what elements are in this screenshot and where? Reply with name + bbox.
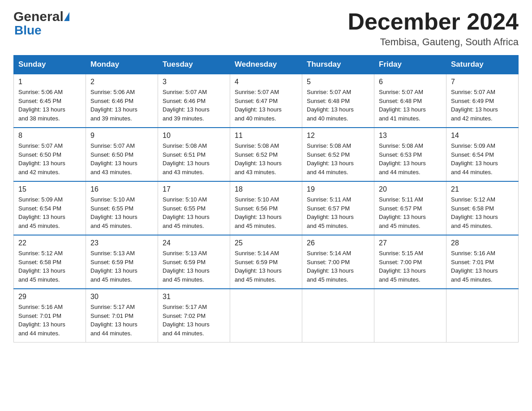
calendar-cell: 19Sunrise: 5:11 AMSunset: 6:57 PMDayligh… xyxy=(302,181,374,235)
calendar-cell: 28Sunrise: 5:16 AMSunset: 7:01 PMDayligh… xyxy=(446,235,519,289)
day-info: Sunrise: 5:07 AMSunset: 6:50 PMDaylight:… xyxy=(18,141,81,176)
day-info: Sunrise: 5:11 AMSunset: 6:57 PMDaylight:… xyxy=(307,195,369,230)
day-number: 28 xyxy=(451,239,514,247)
day-info: Sunrise: 5:12 AMSunset: 6:58 PMDaylight:… xyxy=(18,249,81,284)
day-number: 11 xyxy=(235,132,297,140)
calendar-cell: 16Sunrise: 5:10 AMSunset: 6:55 PMDayligh… xyxy=(86,181,158,235)
day-number: 27 xyxy=(379,239,442,247)
weekday-header-thursday: Thursday xyxy=(302,56,374,74)
day-number: 4 xyxy=(235,78,297,86)
weekday-header-monday: Monday xyxy=(86,56,158,74)
day-number: 1 xyxy=(18,78,81,86)
calendar-cell: 10Sunrise: 5:08 AMSunset: 6:51 PMDayligh… xyxy=(158,128,230,181)
calendar-cell: 26Sunrise: 5:14 AMSunset: 7:00 PMDayligh… xyxy=(302,235,374,289)
calendar-row: 1Sunrise: 5:06 AMSunset: 6:45 PMDaylight… xyxy=(14,74,519,128)
day-number: 26 xyxy=(307,239,369,247)
weekday-header-row: SundayMondayTuesdayWednesdayThursdayFrid… xyxy=(14,56,519,74)
calendar-cell: 11Sunrise: 5:08 AMSunset: 6:52 PMDayligh… xyxy=(230,128,302,181)
day-info: Sunrise: 5:14 AMSunset: 7:00 PMDaylight:… xyxy=(307,249,369,284)
calendar-cell xyxy=(446,289,519,342)
logo-triangle-icon xyxy=(64,12,69,21)
day-number: 24 xyxy=(163,239,225,247)
calendar-cell: 22Sunrise: 5:12 AMSunset: 6:58 PMDayligh… xyxy=(14,235,86,289)
logo: General Blue xyxy=(13,9,69,38)
day-info: Sunrise: 5:06 AMSunset: 6:46 PMDaylight:… xyxy=(90,88,153,123)
calendar-cell: 29Sunrise: 5:16 AMSunset: 7:01 PMDayligh… xyxy=(14,289,86,342)
day-info: Sunrise: 5:10 AMSunset: 6:55 PMDaylight:… xyxy=(163,195,225,230)
calendar-body: 1Sunrise: 5:06 AMSunset: 6:45 PMDaylight… xyxy=(14,74,519,342)
day-number: 10 xyxy=(163,132,225,140)
calendar-cell: 12Sunrise: 5:08 AMSunset: 6:52 PMDayligh… xyxy=(302,128,374,181)
day-info: Sunrise: 5:12 AMSunset: 6:58 PMDaylight:… xyxy=(451,195,514,230)
calendar-cell: 25Sunrise: 5:14 AMSunset: 6:59 PMDayligh… xyxy=(230,235,302,289)
calendar-cell: 13Sunrise: 5:08 AMSunset: 6:53 PMDayligh… xyxy=(374,128,446,181)
day-info: Sunrise: 5:16 AMSunset: 7:01 PMDaylight:… xyxy=(18,303,81,338)
day-number: 18 xyxy=(235,185,297,193)
day-number: 7 xyxy=(451,78,514,86)
day-info: Sunrise: 5:09 AMSunset: 6:54 PMDaylight:… xyxy=(451,141,514,176)
day-info: Sunrise: 5:16 AMSunset: 7:01 PMDaylight:… xyxy=(451,249,514,284)
title-section: December 2024 Tembisa, Gauteng, South Af… xyxy=(348,9,519,48)
day-info: Sunrise: 5:08 AMSunset: 6:51 PMDaylight:… xyxy=(163,141,225,176)
day-number: 16 xyxy=(90,185,153,193)
weekday-header-friday: Friday xyxy=(374,56,446,74)
calendar-cell: 21Sunrise: 5:12 AMSunset: 6:58 PMDayligh… xyxy=(446,181,519,235)
calendar-cell: 30Sunrise: 5:17 AMSunset: 7:01 PMDayligh… xyxy=(86,289,158,342)
calendar-cell: 9Sunrise: 5:07 AMSunset: 6:50 PMDaylight… xyxy=(86,128,158,181)
day-number: 22 xyxy=(18,239,81,247)
calendar-row: 22Sunrise: 5:12 AMSunset: 6:58 PMDayligh… xyxy=(14,235,519,289)
month-title: December 2024 xyxy=(348,9,519,34)
logo-blue-text: Blue xyxy=(14,23,42,38)
day-info: Sunrise: 5:08 AMSunset: 6:52 PMDaylight:… xyxy=(307,141,369,176)
calendar-cell xyxy=(230,289,302,342)
day-number: 3 xyxy=(163,78,225,86)
calendar-cell: 2Sunrise: 5:06 AMSunset: 6:46 PMDaylight… xyxy=(86,74,158,128)
calendar-cell: 6Sunrise: 5:07 AMSunset: 6:48 PMDaylight… xyxy=(374,74,446,128)
day-number: 23 xyxy=(90,239,153,247)
calendar-row: 29Sunrise: 5:16 AMSunset: 7:01 PMDayligh… xyxy=(14,289,519,342)
weekday-header-wednesday: Wednesday xyxy=(230,56,302,74)
day-info: Sunrise: 5:14 AMSunset: 6:59 PMDaylight:… xyxy=(235,249,297,284)
day-info: Sunrise: 5:07 AMSunset: 6:49 PMDaylight:… xyxy=(451,88,514,123)
calendar-cell: 5Sunrise: 5:07 AMSunset: 6:48 PMDaylight… xyxy=(302,74,374,128)
day-number: 12 xyxy=(307,132,369,140)
day-info: Sunrise: 5:17 AMSunset: 7:02 PMDaylight:… xyxy=(163,303,225,338)
calendar-header: SundayMondayTuesdayWednesdayThursdayFrid… xyxy=(14,56,519,74)
calendar-table: SundayMondayTuesdayWednesdayThursdayFrid… xyxy=(13,55,519,342)
day-info: Sunrise: 5:13 AMSunset: 6:59 PMDaylight:… xyxy=(90,249,153,284)
weekday-header-sunday: Sunday xyxy=(14,56,86,74)
location-title: Tembisa, Gauteng, South Africa xyxy=(348,36,519,48)
calendar-cell: 4Sunrise: 5:07 AMSunset: 6:47 PMDaylight… xyxy=(230,74,302,128)
calendar-row: 15Sunrise: 5:09 AMSunset: 6:54 PMDayligh… xyxy=(14,181,519,235)
day-number: 29 xyxy=(18,293,81,301)
calendar-row: 8Sunrise: 5:07 AMSunset: 6:50 PMDaylight… xyxy=(14,128,519,181)
weekday-header-tuesday: Tuesday xyxy=(158,56,230,74)
calendar-cell xyxy=(302,289,374,342)
calendar-cell: 24Sunrise: 5:13 AMSunset: 6:59 PMDayligh… xyxy=(158,235,230,289)
day-number: 14 xyxy=(451,132,514,140)
calendar-cell: 1Sunrise: 5:06 AMSunset: 6:45 PMDaylight… xyxy=(14,74,86,128)
calendar-cell: 18Sunrise: 5:10 AMSunset: 6:56 PMDayligh… xyxy=(230,181,302,235)
day-info: Sunrise: 5:07 AMSunset: 6:48 PMDaylight:… xyxy=(307,88,369,123)
day-info: Sunrise: 5:07 AMSunset: 6:50 PMDaylight:… xyxy=(90,141,153,176)
day-number: 9 xyxy=(90,132,153,140)
day-info: Sunrise: 5:10 AMSunset: 6:55 PMDaylight:… xyxy=(90,195,153,230)
day-number: 19 xyxy=(307,185,369,193)
day-number: 25 xyxy=(235,239,297,247)
day-info: Sunrise: 5:07 AMSunset: 6:47 PMDaylight:… xyxy=(235,88,297,123)
calendar-cell: 3Sunrise: 5:07 AMSunset: 6:46 PMDaylight… xyxy=(158,74,230,128)
day-info: Sunrise: 5:10 AMSunset: 6:56 PMDaylight:… xyxy=(235,195,297,230)
day-number: 31 xyxy=(163,293,225,301)
page-header: General Blue December 2024 Tembisa, Gaut… xyxy=(13,9,519,48)
day-number: 20 xyxy=(379,185,442,193)
calendar-cell: 7Sunrise: 5:07 AMSunset: 6:49 PMDaylight… xyxy=(446,74,519,128)
calendar-cell: 15Sunrise: 5:09 AMSunset: 6:54 PMDayligh… xyxy=(14,181,86,235)
day-number: 17 xyxy=(163,185,225,193)
calendar-cell xyxy=(374,289,446,342)
calendar-cell: 17Sunrise: 5:10 AMSunset: 6:55 PMDayligh… xyxy=(158,181,230,235)
calendar-cell: 23Sunrise: 5:13 AMSunset: 6:59 PMDayligh… xyxy=(86,235,158,289)
day-info: Sunrise: 5:11 AMSunset: 6:57 PMDaylight:… xyxy=(379,195,442,230)
logo-general-text: General xyxy=(13,9,64,24)
day-info: Sunrise: 5:13 AMSunset: 6:59 PMDaylight:… xyxy=(163,249,225,284)
day-info: Sunrise: 5:08 AMSunset: 6:53 PMDaylight:… xyxy=(379,141,442,176)
